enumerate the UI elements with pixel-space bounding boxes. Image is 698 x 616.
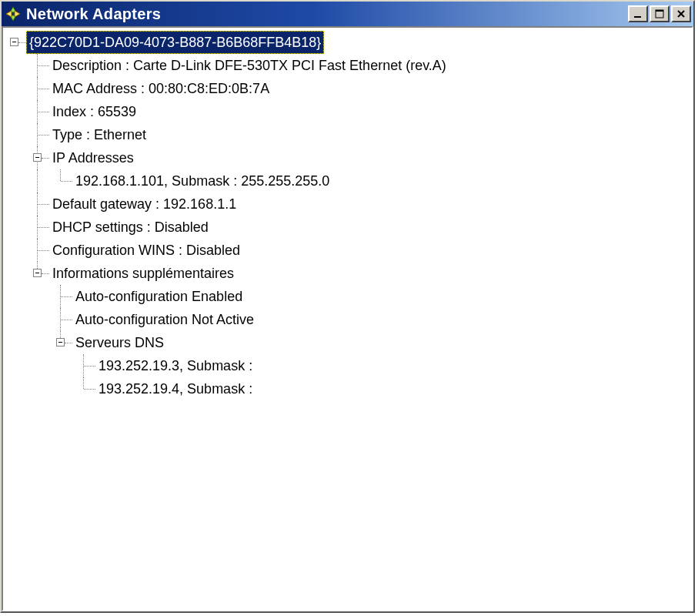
tree-label[interactable]: 193.252.19.3, Submask : <box>95 354 255 377</box>
tree-node-dhcp[interactable]: DHCP settings : Disabled <box>3 216 692 239</box>
tree-label[interactable]: Default gateway : 192.168.1.1 <box>49 192 239 216</box>
tree-node-dns-entry[interactable]: 193.252.19.3, Submask : <box>3 354 692 377</box>
svg-marker-3 <box>15 11 20 17</box>
window-controls <box>628 5 691 22</box>
app-window: Network Adapters <box>0 0 695 613</box>
tree-label[interactable]: IP Addresses <box>49 146 137 169</box>
window-title: Network Adapters <box>26 5 628 23</box>
minimize-icon <box>633 9 643 18</box>
tree-node-type[interactable]: Type : Ethernet <box>3 123 692 146</box>
tree-label[interactable]: 192.168.1.101, Submask : 255.255.255.0 <box>72 169 332 192</box>
titlebar[interactable]: Network Adapters <box>2 2 693 26</box>
tree-label[interactable]: DHCP settings : Disabled <box>49 216 212 239</box>
tree-view[interactable]: {922C70D1-DA09-4073-B887-B6B68FFB4B18} D… <box>3 31 692 400</box>
tree-label-root[interactable]: {922C70D1-DA09-4073-B887-B6B68FFB4B18} <box>26 31 324 54</box>
client-area: {922C70D1-DA09-4073-B887-B6B68FFB4B18} D… <box>2 26 693 611</box>
tree-node-autoconf-enabled[interactable]: Auto-configuration Enabled <box>3 285 692 308</box>
app-icon <box>5 5 22 22</box>
tree-node-extra-info[interactable]: Informations supplémentaires <box>3 262 692 285</box>
tree-node-root[interactable]: {922C70D1-DA09-4073-B887-B6B68FFB4B18} <box>3 31 692 54</box>
close-button[interactable] <box>671 5 691 22</box>
tree-label[interactable]: Auto-configuration Enabled <box>72 285 245 308</box>
tree-label[interactable]: Index : 65539 <box>49 100 139 123</box>
tree-node-dns-entry[interactable]: 193.252.19.4, Submask : <box>3 377 692 400</box>
svg-rect-4 <box>634 16 641 18</box>
tree-node-index[interactable]: Index : 65539 <box>3 100 692 123</box>
svg-marker-2 <box>6 11 12 17</box>
maximize-icon <box>654 9 665 18</box>
svg-rect-6 <box>656 10 663 12</box>
maximize-button[interactable] <box>650 5 670 22</box>
tree-label[interactable]: Serveurs DNS <box>72 331 167 354</box>
tree-node-ip-entry[interactable]: 192.168.1.101, Submask : 255.255.255.0 <box>3 169 692 192</box>
tree-label[interactable]: Informations supplémentaires <box>49 262 237 285</box>
expand-toggle[interactable] <box>56 338 65 346</box>
tree-label[interactable]: MAC Address : 00:80:C8:ED:0B:7A <box>49 77 272 100</box>
tree-node-description[interactable]: Description : Carte D-Link DFE-530TX PCI… <box>3 54 692 77</box>
tree-label[interactable]: Configuration WINS : Disabled <box>49 239 243 262</box>
tree-label[interactable]: Type : Ethernet <box>49 123 149 146</box>
expand-toggle[interactable] <box>33 153 42 162</box>
tree-node-dns[interactable]: Serveurs DNS <box>3 331 692 354</box>
tree-node-wins[interactable]: Configuration WINS : Disabled <box>3 239 692 262</box>
tree-node-gateway[interactable]: Default gateway : 192.168.1.1 <box>3 192 692 216</box>
tree-label[interactable]: 193.252.19.4, Submask : <box>95 377 255 400</box>
expand-toggle[interactable] <box>10 38 18 46</box>
close-icon <box>676 9 686 18</box>
minimize-button[interactable] <box>628 5 648 22</box>
tree-label[interactable]: Auto-configuration Not Active <box>72 308 257 331</box>
expand-toggle[interactable] <box>33 269 42 277</box>
tree-label[interactable]: Description : Carte D-Link DFE-530TX PCI… <box>49 54 449 77</box>
tree-node-mac[interactable]: MAC Address : 00:80:C8:ED:0B:7A <box>3 77 692 100</box>
tree-node-ip-addresses[interactable]: IP Addresses <box>3 146 692 169</box>
tree-node-autoconf-notactive[interactable]: Auto-configuration Not Active <box>3 308 692 331</box>
